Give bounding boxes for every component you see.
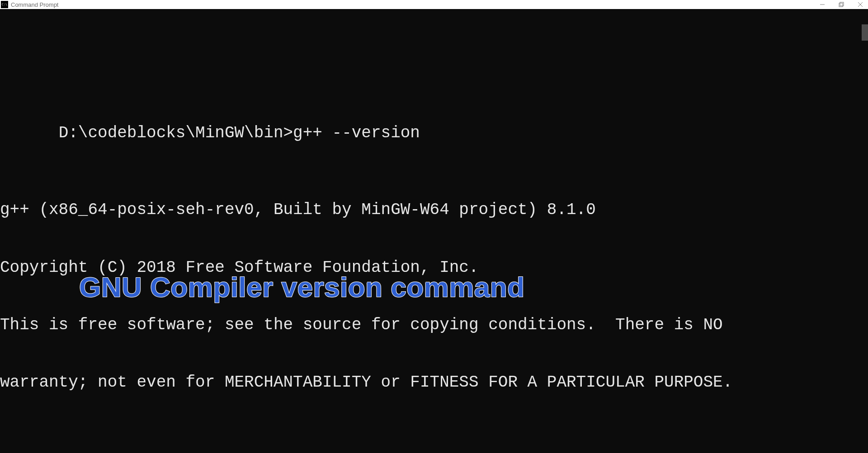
terminal-output[interactable]: D:\codeblocks\MinGW\bin>g++ --version g+… bbox=[0, 9, 868, 453]
command-text: g++ --version bbox=[293, 124, 420, 142]
titlebar-left: Command Prompt bbox=[1, 1, 58, 8]
window-titlebar: Command Prompt bbox=[0, 0, 868, 9]
vertical-scrollbar[interactable] bbox=[862, 9, 868, 453]
output-line: g++ (x86_64-posix-seh-rev0, Built by Min… bbox=[0, 201, 862, 219]
prompt-path: D:\codeblocks\MinGW\bin> bbox=[59, 124, 293, 142]
blank-space bbox=[0, 47, 862, 66]
window-controls bbox=[819, 1, 867, 8]
cmd-icon bbox=[1, 1, 8, 8]
annotation-caption: GNU Compiler version command bbox=[79, 271, 525, 303]
svg-rect-1 bbox=[840, 2, 844, 6]
blank-space bbox=[0, 431, 862, 453]
output-line: This is free software; see the source fo… bbox=[0, 316, 862, 335]
minimize-button[interactable] bbox=[819, 1, 826, 8]
svg-rect-2 bbox=[839, 3, 843, 7]
scroll-thumb[interactable] bbox=[862, 24, 868, 41]
terminal-area[interactable]: D:\codeblocks\MinGW\bin>g++ --version g+… bbox=[0, 9, 868, 453]
maximize-button[interactable] bbox=[838, 1, 844, 8]
window-title: Command Prompt bbox=[11, 1, 58, 8]
output-line: warranty; not even for MERCHANTABILITY o… bbox=[0, 373, 862, 392]
prompt-line-1: D:\codeblocks\MinGW\bin>g++ --version bbox=[0, 105, 862, 162]
close-button[interactable] bbox=[857, 1, 863, 8]
